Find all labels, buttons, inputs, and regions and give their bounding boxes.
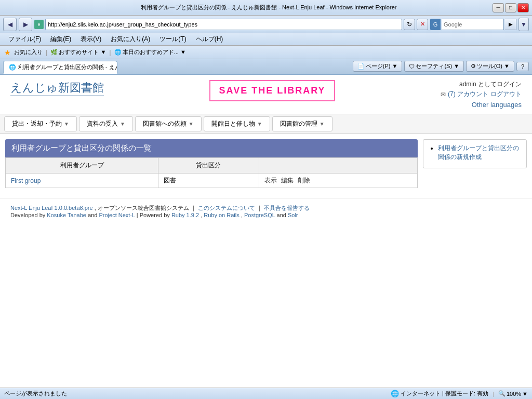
page-button[interactable]: 📄 ページ(P) ▼ xyxy=(353,61,403,72)
checkout-type-text: 図書 xyxy=(164,177,176,184)
table-cell-user-group: First group xyxy=(6,174,158,188)
browser-menubar: ファイル(F) 編集(E) 表示(V) お気に入り(A) ツール(T) ヘルプ(… xyxy=(0,33,532,46)
close-button[interactable]: ✕ xyxy=(517,3,529,12)
rails-link[interactable]: Ruby on Rails xyxy=(204,212,239,218)
favorites-text: お気に入り xyxy=(14,48,43,56)
tools-icon: ⚙ xyxy=(471,63,476,70)
section-title: 利用者グループと貸出区分の関係の一覧 xyxy=(5,139,418,157)
edit-link[interactable]: 編集 xyxy=(281,176,294,185)
menu-tools[interactable]: ツール(T) xyxy=(155,34,190,45)
active-tab[interactable]: 🌐 利用者グループと貸出区分の関係 - えんじゅ新... xyxy=(3,61,117,74)
nav-menu-item-3[interactable]: 開館日と催し物 ▼ xyxy=(204,116,270,131)
site-banner: SAVE THE LIBRARY xyxy=(209,80,335,101)
sidebar: 利用者グループと貸出区分の関係の新規作成 xyxy=(423,139,527,188)
search-go-button[interactable]: ▶ xyxy=(505,19,516,30)
user-info: admin としてログイン ✉ (7) アカウント ログアウト Other la… xyxy=(441,80,522,109)
fav-separator: | xyxy=(46,48,47,56)
new-relationship-link[interactable]: 利用者グループと貸出区分の関係の新規作成 xyxy=(438,144,519,161)
page-footer: Next-L Enju Leaf 1.0.0.beta8.pre , オープンソ… xyxy=(0,198,532,223)
forward-button[interactable]: ▶ xyxy=(19,18,32,31)
nav-menu-item-0[interactable]: 貸出・返却・予約 ▼ xyxy=(4,116,77,131)
menu-edit[interactable]: 編集(E) xyxy=(46,34,75,45)
browser-titlebar: 利用者グループと貸出区分の関係 - えんじゅ新図書館 - Next-L Enju… xyxy=(0,0,532,16)
site-logo[interactable]: えんじゅ新図書館 xyxy=(10,80,104,96)
project-link[interactable]: Project Next-L xyxy=(99,212,135,218)
suggested-sites-label: おすすめサイト ▼ xyxy=(59,48,106,56)
daily-suggest[interactable]: 🌐 本日のおすすめアド... ▼ xyxy=(114,48,186,56)
suggested-sites[interactable]: 🌿 おすすめサイト ▼ xyxy=(50,48,106,56)
nav-menu-arrow-3: ▼ xyxy=(257,121,262,127)
powered-by-text: | Powered by xyxy=(137,212,171,218)
show-link[interactable]: 表示 xyxy=(264,176,277,185)
menu-favorites[interactable]: お気に入り(A) xyxy=(107,34,154,45)
user-login-text: admin としてログイン xyxy=(441,80,522,89)
nav-menu-arrow-2: ▼ xyxy=(189,121,194,127)
window-controls: ─ □ ✕ xyxy=(493,3,529,12)
logout-link[interactable]: ログアウト xyxy=(490,90,522,99)
nav-menu-item-1[interactable]: 資料の受入 ▼ xyxy=(79,116,133,131)
refresh-button[interactable]: ↻ xyxy=(404,19,415,30)
nav-menu-arrow-0: ▼ xyxy=(64,121,69,127)
favorites-label[interactable]: お気に入り xyxy=(14,48,43,56)
menu-help[interactable]: ヘルプ(H) xyxy=(192,34,228,45)
site-header: えんじゅ新図書館 SAVE THE LIBRARY admin としてログイン … xyxy=(0,75,532,114)
table-cell-checkout-type: 図書 xyxy=(158,174,259,188)
address-bar-container: e ↻ ✕ xyxy=(34,19,428,30)
address-input[interactable] xyxy=(45,19,402,30)
tools-button[interactable]: ⚙ ツール(O) ▼ xyxy=(466,61,514,72)
main-area: 利用者グループと貸出区分の関係の一覧 利用者グループ 貸出区分 First gr… xyxy=(0,134,532,193)
account-link[interactable]: (7) アカウント xyxy=(448,90,488,99)
col-header-checkout-type: 貸出区分 xyxy=(158,158,259,174)
developed-by-text: Developed by xyxy=(10,212,47,218)
menu-file[interactable]: ファイル(F) xyxy=(4,34,45,45)
tab-favicon: 🌐 xyxy=(9,64,16,71)
browser-title: 利用者グループと貸出区分の関係 - えんじゅ新図書館 - Next-L Enju… xyxy=(45,4,493,11)
content-section: 利用者グループと貸出区分の関係の一覧 利用者グループ 貸出区分 First gr… xyxy=(5,139,418,188)
sidebar-list: 利用者グループと貸出区分の関係の新規作成 xyxy=(430,144,520,162)
search-container: G ▶ xyxy=(430,19,516,30)
about-link[interactable]: このシステムについて xyxy=(198,205,255,211)
toolbar-right: 📄 ページ(P) ▼ 🛡 セーフティ(S) ▼ ⚙ ツール(O) ▼ ? xyxy=(353,61,529,74)
nav-menu-label-0: 貸出・返却・予約 xyxy=(12,119,62,128)
safety-button[interactable]: 🛡 セーフティ(S) ▼ xyxy=(404,61,464,72)
back-button[interactable]: ◀ xyxy=(3,18,17,31)
stop-button[interactable]: ✕ xyxy=(417,19,428,30)
favorites-bar: ★ お気に入り | 🌿 おすすめサイト ▼ | 🌐 本日のおすすめアド... ▼ xyxy=(0,46,532,59)
software-link[interactable]: Next-L Enju Leaf 1.0.0.beta8.pre xyxy=(10,205,93,211)
footer-line2: Developed by Kosuke Tanabe and Project N… xyxy=(10,212,522,218)
other-languages-link[interactable]: Other languages xyxy=(441,101,522,109)
page-icon: 📄 xyxy=(357,63,365,70)
and1-text: and xyxy=(88,212,99,218)
sidebar-box: 利用者グループと貸出区分の関係の新規作成 xyxy=(423,139,527,168)
daily-suggest-label: 本日のおすすめアド... ▼ xyxy=(123,48,186,56)
nav-menu-label-1: 資料の受入 xyxy=(87,119,118,128)
data-table: 利用者グループ 貸出区分 First group 図書 xyxy=(5,157,418,188)
solr-link[interactable]: Solr xyxy=(288,212,298,218)
search-input[interactable] xyxy=(442,19,504,30)
nav-menu-label-2: 図書館への依頼 xyxy=(143,119,187,128)
browser-navbar: ◀ ▶ e ↻ ✕ G ▶ ▼ xyxy=(0,16,532,33)
minimize-button[interactable]: ─ xyxy=(493,3,504,12)
nav-menu-item-4[interactable]: 図書館の管理 ▼ xyxy=(272,116,332,131)
tab-label: 利用者グループと貸出区分の関係 - えんじゅ新... xyxy=(18,63,117,71)
bug-link[interactable]: 不具合を報告する xyxy=(264,205,310,211)
user-group-link[interactable]: First group xyxy=(11,177,41,184)
nav-menu-label-4: 図書館の管理 xyxy=(280,119,317,128)
footer-line1: Next-L Enju Leaf 1.0.0.beta8.pre , オープンソ… xyxy=(10,204,522,212)
table-cell-actions: 表示 編集 削除 xyxy=(259,174,417,188)
search-options-button[interactable]: ▼ xyxy=(518,18,529,31)
col-header-actions xyxy=(259,158,417,174)
ruby-link[interactable]: Ruby 1.9.2 xyxy=(171,212,199,218)
delete-link[interactable]: 削除 xyxy=(298,176,310,185)
search-engine-icon: G xyxy=(430,19,441,30)
nav-menu-item-2[interactable]: 図書館への依頼 ▼ xyxy=(135,116,202,131)
nav-menu-arrow-1: ▼ xyxy=(120,121,125,127)
author-link[interactable]: Kosuke Tanabe xyxy=(47,212,86,218)
postgres-link[interactable]: PostgreSQL xyxy=(244,212,275,218)
menu-view[interactable]: 表示(V) xyxy=(76,34,105,45)
nav-menu: 貸出・返却・予約 ▼ 資料の受入 ▼ 図書館への依頼 ▼ 開館日と催し物 ▼ 図… xyxy=(0,114,532,134)
help-button[interactable]: ? xyxy=(516,62,529,71)
favorites-star-icon: ★ xyxy=(4,48,11,57)
maximize-button[interactable]: □ xyxy=(505,3,516,12)
nav-menu-arrow-4: ▼ xyxy=(320,121,325,127)
